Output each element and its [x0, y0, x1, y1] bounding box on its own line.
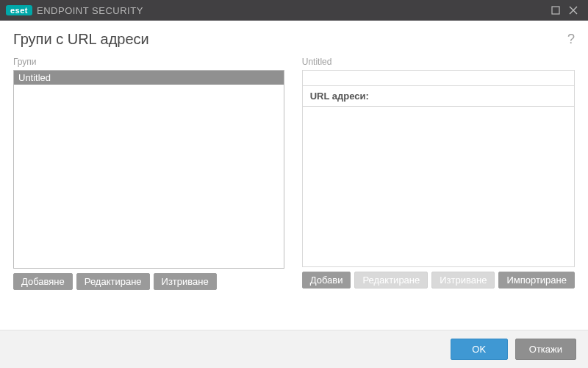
cancel-button[interactable]: Откажи	[515, 339, 576, 360]
content: Групи Untitled Добавяне Редактиране Изтр…	[0, 52, 588, 297]
header: Групи с URL адреси ?	[0, 21, 588, 52]
import-url-button[interactable]: Импортиране	[498, 272, 575, 289]
groups-column: Групи Untitled Добавяне Редактиране Изтр…	[13, 57, 284, 290]
add-url-button[interactable]: Добави	[302, 272, 351, 289]
page-title: Групи с URL адреси	[13, 31, 567, 48]
footer: OK Откажи	[0, 330, 588, 368]
list-item[interactable]: Untitled	[14, 71, 284, 85]
groups-listbox[interactable]: Untitled	[13, 70, 284, 269]
url-filter-input[interactable]	[302, 70, 575, 86]
urls-buttons: Добави Редактиране Изтриване Импортиране	[302, 272, 575, 289]
close-icon[interactable]	[564, 6, 582, 15]
brand-badge: eset	[6, 5, 32, 15]
ok-button[interactable]: OK	[451, 339, 508, 360]
minimize-icon[interactable]	[547, 6, 564, 15]
groups-buttons: Добавяне Редактиране Изтриване	[13, 273, 284, 290]
urls-column: Untitled URL адреси: Добави Редактиране …	[302, 57, 575, 290]
edit-url-button[interactable]: Редактиране	[354, 272, 428, 289]
url-column-header: URL адреси:	[302, 86, 575, 107]
product-name: ENDPOINT SECURITY	[37, 5, 143, 16]
add-group-button[interactable]: Добавяне	[13, 273, 73, 290]
url-listbox[interactable]	[302, 107, 575, 267]
delete-group-button[interactable]: Изтриване	[154, 273, 217, 290]
titlebar: eset ENDPOINT SECURITY	[0, 0, 588, 21]
delete-url-button[interactable]: Изтриване	[431, 272, 495, 289]
urls-label: Untitled	[302, 57, 575, 67]
help-icon[interactable]: ?	[567, 32, 575, 47]
edit-group-button[interactable]: Редактиране	[76, 273, 150, 290]
svg-rect-0	[552, 7, 559, 14]
groups-label: Групи	[13, 57, 284, 67]
